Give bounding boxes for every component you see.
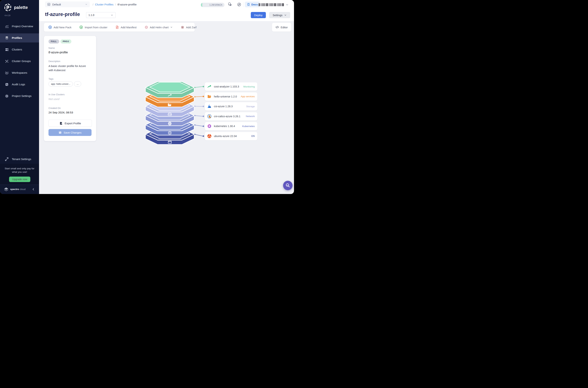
search-fab[interactable]	[283, 181, 293, 190]
sidebar-item-tenant-settings[interactable]: Tenant Settings	[0, 153, 39, 165]
sidebar-item-label: Clusters	[12, 48, 22, 51]
add-helm-chart-button[interactable]: Add Helm chart	[145, 25, 173, 29]
editor-label: Editor	[281, 26, 288, 29]
palette-logo-icon	[4, 3, 12, 12]
connector-dot	[203, 106, 204, 107]
profile-layer-stack	[142, 73, 205, 152]
sidebar-item-clusters[interactable]: Clusters	[0, 44, 39, 55]
user-menu-chevron-icon[interactable]	[285, 3, 289, 6]
sidebar-item-audit-logs[interactable]: Audit Logs	[0, 79, 39, 90]
sidebar-item-project-settings[interactable]: Project Settings	[0, 90, 39, 102]
upgrade-now-button[interactable]: Upgrade now	[9, 177, 30, 182]
profile-name: tf-azure-profile	[49, 51, 68, 54]
export-profile-button[interactable]: Export Profile	[49, 120, 92, 127]
toolbar-item-label: Add Zarf	[186, 26, 197, 29]
sidebar-item-label: Project Overview	[12, 25, 33, 28]
app-version: 4.4.19	[4, 14, 10, 17]
description-label: Description	[49, 60, 60, 63]
docs-button[interactable]: Docs	[245, 2, 260, 7]
pack-name: cost-analyzer 1.103.3	[214, 85, 239, 88]
pack-row-cni-calico-azure[interactable]: cni-calico-azure 3.26.1 Network	[205, 112, 257, 121]
chat-icon[interactable]	[228, 2, 232, 7]
breadcrumb: / Cluster Profiles / tf-azure-profile	[93, 0, 137, 9]
page-title: tf-azure-profile	[45, 12, 80, 17]
brand-name: palette	[14, 5, 28, 10]
stack-layer-cost-analyzer[interactable]	[146, 82, 194, 98]
connector-dot	[203, 96, 204, 97]
save-changes-label: Save Changes	[64, 131, 81, 134]
pack-name: cni-calico-azure 3.26.1	[214, 115, 240, 118]
sidebar-item-label: Profiles	[12, 36, 22, 40]
sidebar-item-project-overview[interactable]: Project Overview	[0, 21, 39, 32]
sidebar-nav: Project Overview Profiles Clusters Clust…	[0, 21, 39, 102]
collapse-sidebar-icon[interactable]	[32, 188, 35, 191]
import-from-cluster-button[interactable]: Import from cluster	[79, 25, 107, 29]
sidebar-item-profiles[interactable]: Profiles	[0, 32, 39, 44]
connector-line	[195, 134, 203, 136]
chevron-down-icon	[170, 26, 173, 28]
connector-dot	[194, 124, 195, 125]
sidebar-item-cluster-groups[interactable]: Cluster Groups	[0, 55, 39, 67]
tag-pill[interactable]: app: hello-univer...	[49, 81, 73, 87]
orbit-icon	[5, 71, 9, 75]
editor-button[interactable]: Editor	[272, 23, 291, 32]
connector-dot	[203, 116, 204, 117]
deploy-button[interactable]: Deploy	[251, 12, 266, 18]
pack-category: Monitoring	[243, 85, 255, 88]
tags-row: app: hello-univer......	[49, 81, 81, 87]
pack-category: OS	[251, 135, 255, 137]
breadcrumb-separator: /	[115, 3, 116, 6]
connector-dot	[203, 125, 204, 127]
sidebar-item-label: Tenant Settings	[12, 158, 31, 161]
connector-dot	[203, 86, 204, 87]
manifest-icon	[115, 25, 119, 29]
pack-row-cost-analyzer[interactable]: cost-analyzer 1.103.3 Monitoring	[205, 82, 257, 91]
search-icon	[285, 183, 290, 188]
footer-brand: spectro cloud	[10, 188, 26, 191]
connector-dot	[194, 87, 195, 88]
settings-button[interactable]: Settings	[269, 12, 290, 18]
breadcrumb-cluster-profiles[interactable]: Cluster Profiles	[95, 3, 113, 6]
connector-dot	[194, 134, 195, 135]
sidebar-item-workspaces[interactable]: Workspaces	[0, 67, 39, 79]
in-use-label: In Use Clusters	[49, 93, 65, 96]
connector-line	[195, 125, 203, 126]
name-label: Name	[49, 47, 55, 49]
chevron-down-icon	[111, 14, 113, 17]
docs-label: Docs	[251, 3, 258, 6]
toolbar-item-label: Add New Pack	[53, 26, 71, 29]
spectro-cloud-logo-icon	[4, 187, 9, 192]
sidebar-item-label: Cluster Groups	[12, 60, 31, 63]
pack-row-kubernetes[interactable]: kubernetes 1.30.4 Kubernetes	[205, 122, 257, 130]
badge-full: FULL	[49, 39, 59, 44]
palette-app: palette 4.4.19 Project Overview Profiles…	[0, 0, 294, 194]
add-new-pack-button[interactable]: Add New Pack	[48, 25, 71, 29]
sidebar-footer: spectro cloud	[0, 185, 39, 194]
save-changes-button[interactable]: Save Changes	[49, 129, 92, 136]
profile-version-dropdown[interactable]: 1.1.0	[86, 12, 116, 18]
created-on-label: Created On	[49, 107, 61, 109]
pack-row-hello-universe[interactable]: hello-universe 1.2.0 App services	[205, 92, 257, 101]
calico-icon	[207, 114, 212, 119]
profile-detail-card: FULLPROJ Name tf-azure-profile Descripti…	[44, 36, 96, 141]
pack-row-csi-azure[interactable]: csi-azure 1.28.3 Storage	[205, 102, 257, 111]
export-profile-label: Export Profile	[65, 122, 81, 125]
compass-icon[interactable]	[237, 2, 241, 7]
connector-line	[195, 97, 203, 97]
settings-label: Settings	[273, 14, 282, 17]
profile-description: A basic cluster profile for Azure with K…	[49, 64, 91, 72]
user-name-redacted[interactable]	[258, 3, 284, 6]
connector-dot	[194, 106, 195, 107]
tag-pill[interactable]: ...	[74, 81, 81, 87]
connector-line	[195, 106, 203, 106]
pack-name: hello-universe 1.2.0	[214, 95, 237, 98]
pack-name: ubuntu-azure 22.04	[214, 135, 237, 138]
project-scope-dropdown[interactable]: Default	[45, 1, 90, 7]
add-manifest-button[interactable]: Add Manifest	[115, 25, 137, 29]
overview-icon	[5, 24, 9, 28]
pack-row-ubuntu-azure[interactable]: ubuntu-azure 22.04 OS	[205, 132, 257, 140]
add-zarf-button[interactable]: Add Zarf	[181, 25, 197, 29]
chevron-down-icon	[85, 3, 88, 6]
azure-icon	[207, 104, 212, 109]
pack-category: Storage	[246, 105, 255, 108]
